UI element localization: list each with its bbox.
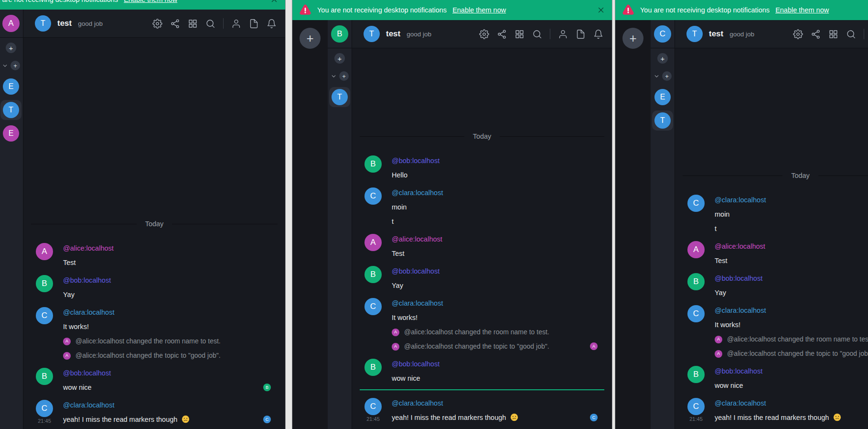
settings-icon[interactable] xyxy=(152,19,162,29)
banner-enable-link[interactable]: Enable them now xyxy=(124,0,177,3)
search-icon[interactable] xyxy=(205,19,215,29)
sidebar-header: A xyxy=(0,10,23,38)
sender-avatar[interactable]: A xyxy=(364,234,382,251)
sender-name[interactable]: @bob:localhost xyxy=(392,155,598,165)
space-add-button[interactable]: + xyxy=(11,61,20,70)
day-divider: Today xyxy=(31,220,278,228)
header-icons xyxy=(479,29,603,39)
message-group: A @alice:localhost Test xyxy=(23,243,285,267)
sender-name[interactable]: @clara:localhost xyxy=(715,305,868,315)
day-divider-label: Today xyxy=(145,220,164,228)
room-header-avatar[interactable]: T xyxy=(686,26,703,42)
room-header: T test good job xyxy=(352,20,612,48)
sender-name[interactable]: @bob:localhost xyxy=(715,273,868,283)
sender-avatar[interactable]: B xyxy=(36,368,53,385)
sender-avatar[interactable]: B xyxy=(364,266,382,283)
settings-icon[interactable] xyxy=(479,29,489,39)
room-header-avatar[interactable]: T xyxy=(364,26,380,42)
add-room-button[interactable]: + xyxy=(657,53,668,64)
search-icon[interactable] xyxy=(846,29,856,39)
banner-enable-link[interactable]: Enable them now xyxy=(775,6,829,14)
grid-icon[interactable] xyxy=(828,29,838,39)
grid-icon[interactable] xyxy=(514,29,525,39)
sender-avatar[interactable]: A xyxy=(36,243,53,260)
message-group: B @bob:localhost wow nice xyxy=(352,359,612,383)
account-avatar[interactable]: A xyxy=(2,15,20,32)
sender-name[interactable]: @clara:localhost xyxy=(392,187,598,198)
people-icon[interactable] xyxy=(558,29,568,39)
sidebar-room-e[interactable]: E xyxy=(652,87,673,107)
sender-name[interactable]: @clara:localhost xyxy=(63,400,271,410)
sidebar-room-t[interactable]: T xyxy=(652,110,673,131)
sender-name[interactable]: @clara:localhost xyxy=(392,298,598,308)
sender-name[interactable]: @alice:localhost xyxy=(392,234,598,244)
sender-avatar[interactable]: C xyxy=(36,400,53,417)
sender-avatar[interactable]: C xyxy=(364,298,382,315)
message-group: B @bob:localhost Yay xyxy=(352,266,612,290)
message-group: C @clara:localhost 21:45 yeah! I miss th… xyxy=(23,400,285,424)
sender-name[interactable]: @bob:localhost xyxy=(392,359,598,369)
session-column: + xyxy=(615,20,651,429)
settings-icon[interactable] xyxy=(793,29,803,39)
chevron-down-icon[interactable] xyxy=(331,73,337,79)
share-icon[interactable] xyxy=(497,29,507,39)
account-avatar[interactable]: C xyxy=(654,25,671,43)
share-icon[interactable] xyxy=(170,19,180,29)
room-header-avatar[interactable]: T xyxy=(35,15,51,32)
sender-avatar[interactable]: C xyxy=(36,307,53,324)
sender-avatar[interactable]: A xyxy=(687,241,705,258)
space-add-button[interactable]: + xyxy=(339,71,349,81)
message-gutter: C xyxy=(36,307,53,331)
sender-avatar[interactable]: C xyxy=(364,398,382,415)
sender-name[interactable]: @bob:localhost xyxy=(63,275,271,285)
file-icon[interactable] xyxy=(249,19,259,29)
state-event: A @alice:localhost changed the room name… xyxy=(392,328,598,337)
sender-name[interactable]: @clara:localhost xyxy=(63,307,271,317)
banner-close-icon[interactable] xyxy=(597,6,605,14)
sender-name[interactable]: @clara:localhost xyxy=(392,398,598,408)
sender-avatar[interactable]: C xyxy=(687,195,705,212)
space-row: + xyxy=(654,71,672,81)
sender-name[interactable]: @bob:localhost xyxy=(63,368,271,378)
people-icon[interactable] xyxy=(231,19,241,29)
sender-avatar[interactable]: C xyxy=(687,305,705,322)
sidebar-room-t[interactable]: T xyxy=(329,87,350,107)
matrix-window-clara: You are not receiving desktop notificati… xyxy=(615,0,868,429)
banner-enable-link[interactable]: Enable them now xyxy=(452,6,506,14)
sidebar-room-e[interactable]: E xyxy=(0,77,21,97)
notifications-icon[interactable] xyxy=(593,29,603,39)
search-icon[interactable] xyxy=(532,29,542,39)
sender-name[interactable]: @bob:localhost xyxy=(715,366,868,376)
banner-close-icon[interactable] xyxy=(270,0,279,4)
chevron-down-icon[interactable] xyxy=(2,63,8,69)
add-session-button[interactable]: + xyxy=(300,28,321,49)
add-room-button[interactable]: + xyxy=(6,43,16,53)
sender-name[interactable]: @clara:localhost xyxy=(715,398,868,408)
sender-avatar[interactable]: C xyxy=(687,398,705,415)
sender-avatar[interactable]: B xyxy=(687,273,705,290)
sender-avatar[interactable]: B xyxy=(364,359,382,376)
add-session-button[interactable]: + xyxy=(622,28,643,49)
sender-name[interactable]: @clara:localhost xyxy=(715,195,868,205)
sender-avatar[interactable]: C xyxy=(364,187,382,205)
chat-column: T test good job Today A @alice:localhost… xyxy=(23,10,285,429)
chevron-down-icon[interactable] xyxy=(654,73,660,79)
sender-avatar[interactable]: B xyxy=(687,366,705,383)
message-text: 21:45 yeah! I miss the read markers thou… xyxy=(715,413,868,422)
space-add-button[interactable]: + xyxy=(662,71,672,81)
sender-avatar[interactable]: B xyxy=(36,275,53,292)
account-avatar[interactable]: B xyxy=(331,25,348,43)
sender-name[interactable]: @alice:localhost xyxy=(63,243,271,253)
message-text: Yay xyxy=(63,290,271,299)
sender-avatar[interactable]: B xyxy=(364,155,382,173)
file-icon[interactable] xyxy=(576,29,586,39)
sender-name[interactable]: @bob:localhost xyxy=(392,266,598,276)
sidebar-room-e[interactable]: E xyxy=(0,123,21,143)
room-avatar: T xyxy=(332,89,348,105)
notifications-icon[interactable] xyxy=(267,19,277,29)
share-icon[interactable] xyxy=(811,29,821,39)
sender-name[interactable]: @alice:localhost xyxy=(715,241,868,251)
sidebar-room-t[interactable]: T xyxy=(0,100,21,120)
grid-icon[interactable] xyxy=(188,19,198,29)
add-room-button[interactable]: + xyxy=(334,53,345,64)
